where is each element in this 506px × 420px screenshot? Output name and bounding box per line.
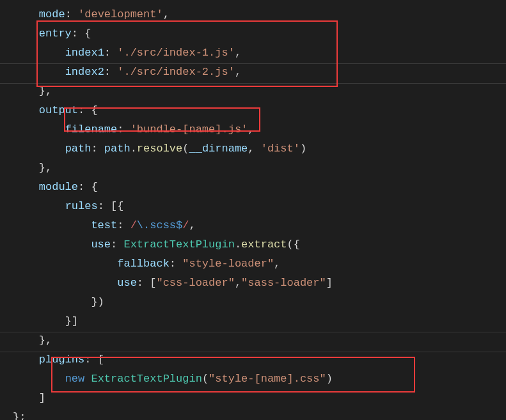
code-line[interactable]: }; [0,408,506,420]
code-line[interactable]: mode: 'development', [0,5,506,24]
code-line[interactable]: new ExtractTextPlugin("style-[name].css"… [0,369,506,389]
code-line[interactable]: }] [0,312,506,331]
code-line[interactable]: entry: { [0,24,506,43]
code-line[interactable]: plugins: [ [0,350,506,369]
code-line[interactable]: output: { [0,101,506,120]
code-line[interactable]: rules: [{ [0,197,506,216]
code-line[interactable]: test: /\.scss$/, [0,216,506,235]
code-editor[interactable]: mode: 'development', entry: { index1: '.… [0,0,506,420]
code-line[interactable]: index2: './src/index-2.js', [0,63,506,82]
code-line[interactable]: use: ExtractTextPlugin.extract({ [0,235,506,254]
code-line[interactable]: }, [0,159,506,178]
code-line[interactable]: index1: './src/index-1.js', [0,43,506,63]
code-line[interactable]: }, [0,82,506,101]
code-line[interactable]: fallback: "style-loader", [0,254,506,274]
code-line[interactable]: }, [0,331,506,350]
code-line[interactable]: filename: 'bundle-[name].js', [0,120,506,139]
code-line[interactable]: }) [0,293,506,312]
code-line[interactable]: use: ["css-loader","sass-loader"] [0,274,506,293]
code-line[interactable]: module: { [0,178,506,197]
code-line[interactable]: ] [0,389,506,408]
code-line[interactable]: path: path.resolve(__dirname, 'dist') [0,139,506,159]
